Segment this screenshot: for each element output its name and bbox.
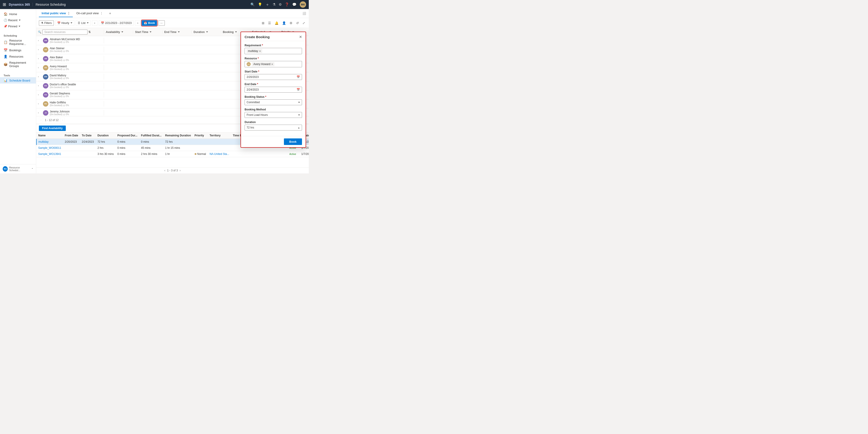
- more-options-button[interactable]: ···: [158, 20, 164, 26]
- book-label: Book: [148, 22, 155, 25]
- tab-oncall-pool[interactable]: On-call pool view ⋮: [74, 10, 105, 17]
- resource-expand-r5[interactable]: ›: [38, 75, 41, 78]
- end-time-col-header[interactable]: End Time: [162, 31, 192, 34]
- close-booking-panel-button[interactable]: ✕: [299, 35, 302, 39]
- req-name-link[interactable]: Sample_WO13941: [38, 153, 61, 156]
- filters-button[interactable]: ⚗ Filters: [39, 20, 54, 26]
- sidebar-footer[interactable]: RS Resource Schedul... ⌃: [0, 164, 36, 173]
- resource-expand-r8[interactable]: ›: [38, 102, 41, 105]
- start-time-col-header[interactable]: Start Time: [133, 31, 162, 34]
- sort-icon[interactable]: ⇅: [88, 31, 91, 34]
- endtime-chevron-icon: [178, 31, 180, 33]
- bell-icon[interactable]: 🔔: [274, 20, 279, 26]
- chat-icon[interactable]: 💬: [292, 2, 297, 6]
- start-date-input[interactable]: 2/20/2023 📅: [245, 74, 302, 80]
- search-icon[interactable]: 🔍: [250, 2, 255, 6]
- lightbulb-icon[interactable]: 💡: [258, 2, 262, 6]
- req-col-header[interactable]: Priority: [193, 133, 208, 139]
- tab-initial-more[interactable]: ⋮: [67, 12, 70, 15]
- sidebar-item-pinned[interactable]: 📌 Pinned: [0, 23, 36, 29]
- req-col-header[interactable]: Territory: [208, 133, 231, 139]
- availability-col-header[interactable]: Availability: [104, 31, 133, 34]
- prev-date-button[interactable]: ‹: [92, 20, 97, 26]
- next-date-button[interactable]: ›: [135, 20, 141, 26]
- maximize-icon[interactable]: ⬜: [303, 12, 306, 15]
- resource-input[interactable]: AH Avery Howard ✕: [245, 61, 302, 67]
- gear-icon[interactable]: ⚙: [289, 20, 293, 26]
- sidebar-item-resource-req[interactable]: 📋 Resource Requireme...: [0, 37, 36, 47]
- sidebar-item-recent[interactable]: 🕐 Recent: [0, 17, 36, 23]
- sidebar-item-home[interactable]: 🏠 Home: [0, 11, 36, 17]
- tab-initial-public-view[interactable]: Initial public view ⋮: [39, 10, 73, 17]
- plus-icon[interactable]: ＋: [266, 2, 270, 7]
- table-icon[interactable]: ⊞: [261, 20, 266, 26]
- resource-name-r2: Alan Steiner: [50, 47, 69, 50]
- resource-expand-r6[interactable]: ›: [38, 85, 41, 87]
- waffle-icon[interactable]: ⊞: [3, 2, 6, 7]
- req-cell: [231, 151, 260, 157]
- sidebar-item-schedule-board[interactable]: 📊 Schedule Board: [0, 77, 36, 84]
- remove-resource-tag[interactable]: ✕: [271, 63, 273, 65]
- req-name-link[interactable]: Sample_WO00011: [38, 146, 61, 149]
- booking-panel-book-button[interactable]: Book: [284, 138, 302, 145]
- req-col-header[interactable]: From Date: [63, 133, 80, 139]
- booking-status-select[interactable]: Committed: [245, 99, 302, 105]
- filter-icon[interactable]: ⚗: [273, 2, 276, 6]
- sidebar-item-resources[interactable]: 👤 Resources: [0, 53, 36, 60]
- req-col-header[interactable]: Name: [36, 133, 63, 139]
- resource-cell-r3: › AB Alex Baker (0m booked) ◎ 0%: [36, 56, 104, 61]
- add-tab-button[interactable]: ＋: [106, 10, 114, 17]
- req-col-header[interactable]: Duration: [96, 133, 116, 139]
- fullscreen-icon[interactable]: ⤢: [302, 20, 306, 26]
- end-date-calendar-icon[interactable]: 📅: [297, 88, 300, 91]
- duration-col-header[interactable]: Duration: [192, 31, 221, 34]
- tab-bar: Initial public view ⋮ On-call pool view …: [36, 9, 309, 18]
- requirement-input[interactable]: multiday ✕: [245, 48, 302, 54]
- user-avatar[interactable]: MA: [300, 1, 306, 8]
- lower-next-button[interactable]: ›: [180, 169, 181, 172]
- date-range-button[interactable]: 📅 2/21/2023 - 2/27/2023: [99, 20, 133, 26]
- req-col-header[interactable]: Proposed Dur...: [116, 133, 139, 139]
- list-icon: ☰: [78, 22, 80, 25]
- resource-expand-r4[interactable]: ›: [38, 66, 41, 69]
- sidebar-nav-section: 🏠 Home 🕐 Recent 📌 Pinned: [0, 9, 36, 31]
- territory-link[interactable]: NA-United Sta...: [210, 153, 229, 156]
- help-icon[interactable]: ❓: [285, 2, 289, 6]
- req-table-row[interactable]: Sample_WO139413 hrs 30 mins0 mins2 hrs 3…: [36, 151, 309, 157]
- remove-requirement-tag[interactable]: ✕: [259, 50, 261, 53]
- req-name-link[interactable]: multiday: [38, 140, 49, 143]
- sidebar-item-bookings[interactable]: 📅 Bookings: [0, 47, 36, 53]
- lower-prev-button[interactable]: ‹: [164, 169, 165, 172]
- settings-icon[interactable]: ⚙: [279, 2, 282, 6]
- prev-page-button[interactable]: ‹: [39, 118, 43, 122]
- resource-expand-r2[interactable]: ›: [38, 48, 41, 51]
- person-icon[interactable]: 👤: [281, 20, 287, 26]
- lines-icon[interactable]: ☰: [267, 20, 272, 26]
- end-date-input[interactable]: 2/24/2023 📅: [245, 87, 302, 93]
- resource-expand-r3[interactable]: ›: [38, 57, 41, 60]
- view-hourly-dropdown[interactable]: 📅 Hourly: [55, 20, 74, 26]
- booking-method-select[interactable]: Front Load Hours: [245, 112, 302, 118]
- resource-expand-r7[interactable]: ›: [38, 94, 41, 96]
- next-page-button[interactable]: ›: [60, 118, 64, 122]
- tab-oncall-more[interactable]: ⋮: [100, 12, 103, 15]
- sidebar-scheduling-section: Scheduling 📋 Resource Requireme... 📅 Boo…: [0, 31, 36, 71]
- req-col-header[interactable]: Remaining Duration: [163, 133, 193, 139]
- req-col-header[interactable]: To Date: [80, 133, 96, 139]
- start-date-calendar-icon[interactable]: 📅: [297, 75, 300, 78]
- sidebar-item-req-groups[interactable]: 📦 Requirement Groups: [0, 60, 36, 69]
- resource-meta-r5: (0m booked) ◎ 0%: [50, 77, 69, 79]
- resource-expand-r9[interactable]: ›: [38, 111, 41, 114]
- resource-name-r9: Jeremy Johnson: [50, 110, 70, 113]
- resource-meta-r3: (0m booked) ◎ 0%: [50, 59, 69, 61]
- search-resources-input[interactable]: [42, 30, 88, 35]
- req-col-header[interactable]: Fulfilled Durat...: [139, 133, 163, 139]
- resource-meta-r1: (0m booked) ◎ 0%: [50, 41, 80, 43]
- duration-input[interactable]: 72 hrs ▲: [245, 125, 302, 131]
- list-dropdown[interactable]: ☰ List: [76, 20, 91, 26]
- refresh-icon[interactable]: ↺: [295, 20, 300, 26]
- resource-expand-r1[interactable]: ›: [38, 39, 41, 42]
- calendar-icon: 📅: [57, 22, 61, 25]
- find-availability-button[interactable]: Find Availability: [39, 126, 66, 131]
- book-button[interactable]: 📅 Book: [142, 20, 157, 26]
